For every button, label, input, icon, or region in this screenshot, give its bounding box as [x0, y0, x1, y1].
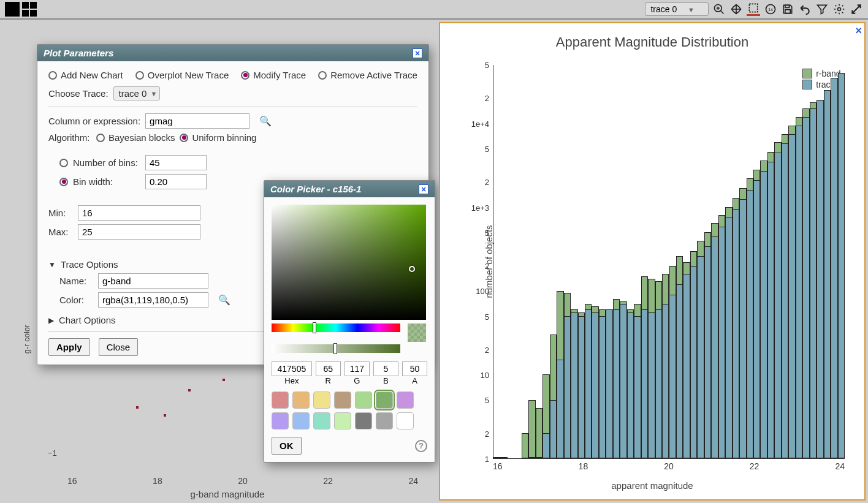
algorithm-label: Algorithm: — [48, 132, 91, 143]
magnify-icon[interactable]: 🔍 — [218, 294, 230, 306]
nbins-input[interactable] — [145, 155, 207, 170]
saturation-value-box[interactable] — [272, 205, 426, 320]
color-picker-dialog: Color Picker - c156-1 × Hex R G B A — [264, 180, 435, 463]
max-label: Max: — [48, 227, 73, 237]
swatch[interactable] — [292, 391, 310, 409]
svg-point-9 — [838, 8, 841, 11]
hex-input[interactable] — [272, 361, 312, 376]
radio-binwidth[interactable] — [59, 178, 68, 186]
column-input[interactable] — [145, 113, 249, 129]
b-input[interactable] — [373, 361, 398, 376]
close-button[interactable]: Close — [99, 338, 138, 356]
bg-ylabel: g-r color — [22, 324, 31, 354]
trace-select[interactable]: trace 0 ▼ — [645, 2, 709, 16]
dialog-titlebar[interactable]: Color Picker - c156-1 × — [264, 181, 435, 197]
layout-single-icon[interactable] — [5, 2, 20, 17]
pan-icon[interactable] — [729, 2, 743, 16]
a-input[interactable] — [402, 361, 427, 376]
bg-xtick: 18 — [153, 476, 162, 486]
trace-color-input[interactable] — [98, 292, 208, 308]
left-panel: g-r color −1 16 18 20 22 24 g-band magni… — [0, 20, 436, 503]
plot-area[interactable] — [493, 65, 845, 459]
layout-grid-icon[interactable] — [22, 2, 37, 17]
swatch[interactable] — [334, 391, 351, 409]
color-label: Color: — [59, 295, 93, 305]
close-icon[interactable]: × — [413, 48, 422, 58]
swatch[interactable] — [376, 412, 393, 429]
bg-xlabel: g-band magnitude — [191, 489, 265, 499]
r-input[interactable] — [316, 361, 341, 376]
bg-xtick: 20 — [238, 476, 248, 486]
svg-text:1x: 1x — [768, 7, 773, 12]
swatch[interactable] — [313, 412, 330, 429]
expand-icon[interactable] — [850, 2, 863, 16]
svg-rect-4 — [749, 4, 757, 12]
g-input[interactable] — [345, 361, 370, 376]
name-label: Name: — [59, 276, 93, 286]
svg-line-1 — [721, 11, 724, 14]
dialog-title-text: Plot Parameters — [44, 48, 113, 58]
swatch[interactable] — [376, 391, 393, 409]
swatch[interactable] — [272, 391, 289, 409]
min-label: Min: — [48, 208, 73, 218]
ok-button[interactable]: OK — [272, 437, 302, 455]
trace-name-input[interactable] — [98, 273, 208, 289]
filter-icon[interactable] — [815, 2, 829, 16]
radio-overplot[interactable]: Overplot New Trace — [135, 70, 229, 80]
color-preview-swatch — [408, 323, 426, 342]
swatch[interactable] — [355, 412, 372, 429]
one-to-one-icon[interactable]: 1x — [764, 2, 777, 16]
radio-remove-trace[interactable]: Remove Active Trace — [318, 70, 417, 80]
undo-icon[interactable] — [798, 2, 812, 16]
y-ticks: 1251025100251e+3251e+425 — [466, 65, 492, 459]
close-icon[interactable]: × — [855, 25, 862, 37]
radio-nbins[interactable] — [59, 159, 68, 167]
min-input[interactable] — [78, 205, 200, 221]
bg-ytick: −1 — [48, 448, 57, 458]
svg-rect-7 — [785, 5, 790, 7]
swatch[interactable] — [334, 412, 351, 429]
radio-bayesian[interactable]: Bayesian blocks — [96, 132, 175, 143]
binwidth-input[interactable] — [145, 174, 207, 189]
dialog-title-text: Color Picker - c156-1 — [270, 184, 361, 194]
radio-modify-trace[interactable]: Modify Trace — [241, 70, 306, 80]
svg-rect-8 — [785, 10, 790, 13]
preset-swatches — [272, 391, 427, 429]
help-icon[interactable]: ? — [415, 440, 427, 452]
binwidth-label: Bin width: — [73, 176, 140, 187]
radio-uniform[interactable]: Uniform binning — [180, 132, 256, 143]
zoom-in-icon[interactable] — [712, 2, 726, 16]
x-ticks: 16 18 20 22 24 — [493, 461, 845, 471]
swatch[interactable] — [397, 412, 414, 429]
swatch[interactable] — [313, 391, 330, 409]
bg-xtick: 24 — [408, 476, 418, 486]
swatch[interactable] — [397, 391, 414, 409]
max-input[interactable] — [78, 224, 200, 240]
histogram-panel: × Apparent Magnitude Distribution number… — [439, 22, 866, 501]
magnify-icon[interactable]: 🔍 — [259, 115, 272, 127]
bg-xtick: 16 — [67, 476, 77, 486]
triangle-down-icon: ▼ — [48, 260, 56, 269]
swatch[interactable] — [272, 412, 289, 429]
hue-slider[interactable] — [272, 323, 400, 332]
choose-trace-label: Choose Trace: — [48, 88, 108, 99]
chart-title: Apparent Magnitude Distribution — [449, 34, 856, 50]
sv-cursor — [409, 266, 415, 272]
bg-xtick: 22 — [323, 476, 333, 486]
close-icon[interactable]: × — [419, 184, 428, 194]
choose-trace-select[interactable]: trace 0 ▼ — [113, 86, 161, 100]
trace-select-value: trace 0 — [650, 4, 677, 14]
apply-button[interactable]: Apply — [48, 338, 90, 356]
chevron-down-icon: ▼ — [150, 90, 157, 97]
swatch[interactable] — [292, 412, 310, 429]
triangle-right-icon: ▶ — [48, 316, 54, 325]
swatch[interactable] — [355, 391, 372, 409]
settings-icon[interactable] — [832, 2, 846, 16]
x-axis-label: apparent magnitude — [611, 480, 693, 491]
dialog-titlebar[interactable]: Plot Parameters × — [37, 45, 428, 61]
save-icon[interactable] — [781, 2, 794, 16]
column-label: Column or expression: — [48, 116, 140, 126]
select-box-icon[interactable] — [747, 2, 760, 16]
alpha-slider[interactable] — [272, 344, 400, 353]
radio-add-chart[interactable]: Add New Chart — [48, 70, 123, 80]
